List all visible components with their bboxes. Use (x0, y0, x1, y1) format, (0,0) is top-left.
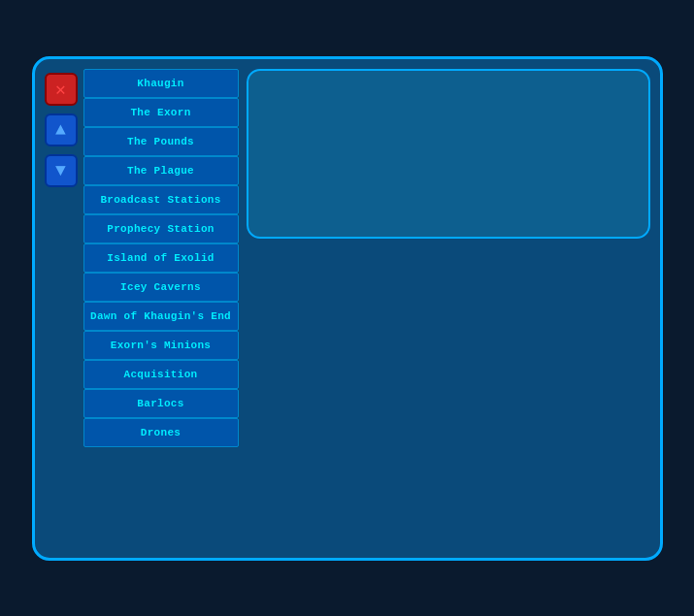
list-item-drones[interactable]: Drones (83, 418, 239, 447)
list-item-icey-caverns[interactable]: Icey Caverns (83, 273, 239, 302)
list-item-prophecy-station[interactable]: Prophecy Station (83, 214, 239, 243)
list-item-barlocs[interactable]: Barlocs (83, 389, 239, 418)
list-item-broadcast-stations[interactable]: Broadcast Stations (83, 185, 239, 214)
list-item-dawn-of-khaugins-end[interactable]: Dawn of Khaugin's End (83, 302, 239, 331)
list-item-island-of-exolid[interactable]: Island of Exolid (83, 243, 239, 273)
scroll-up-button[interactable] (45, 113, 78, 146)
left-panel: KhauginThe ExornThe PoundsThe PlagueBroa… (83, 69, 239, 548)
list-item-exorns-minions[interactable]: Exorn's Minions (83, 331, 239, 360)
content-area (247, 246, 650, 548)
list-item-the-exorn[interactable]: The Exorn (83, 98, 239, 127)
preview-box (247, 69, 650, 239)
arrow-down-icon (55, 161, 66, 180)
list-item-the-plague[interactable]: The Plague (83, 156, 239, 185)
close-button[interactable] (45, 73, 78, 106)
arrow-up-icon (55, 120, 66, 140)
close-icon (55, 79, 66, 100)
scroll-down-button[interactable] (45, 154, 78, 187)
list-item-khaugin[interactable]: Khaugin (83, 69, 239, 98)
list-item-the-pounds[interactable]: The Pounds (83, 127, 239, 156)
sidebar-controls (45, 69, 78, 548)
main-container: KhauginThe ExornThe PoundsThe PlagueBroa… (32, 56, 663, 561)
right-panel (247, 69, 650, 548)
list-item-acquisition[interactable]: Acquisition (83, 360, 239, 389)
